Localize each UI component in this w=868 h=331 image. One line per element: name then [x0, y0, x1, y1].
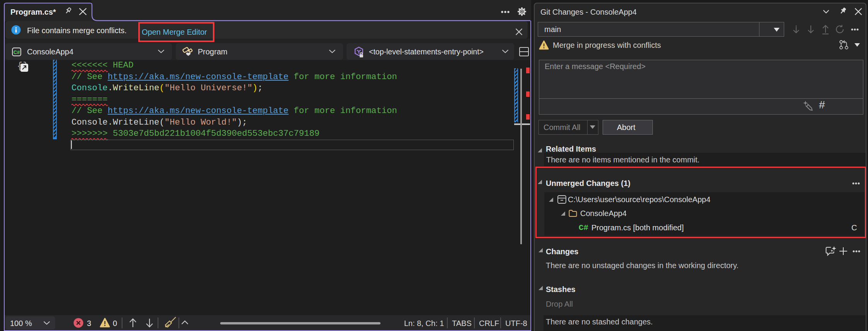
svg-text:C#: C#	[14, 49, 20, 55]
